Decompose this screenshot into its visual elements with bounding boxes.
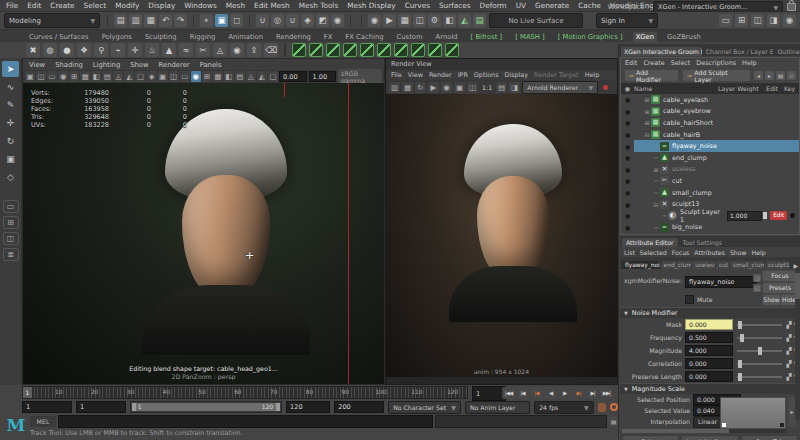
current-frame-marker[interactable]: 1 (23, 387, 32, 398)
visibility-dot-icon[interactable]: ● (621, 143, 634, 150)
menu-edit-mesh[interactable]: Edit Mesh (254, 1, 290, 10)
node-tab-small_clump[interactable]: small_clump (730, 261, 764, 269)
ae-menu-show[interactable]: Show (730, 249, 747, 256)
bookmark-icon[interactable]: ▭ (47, 71, 57, 82)
place-guides-icon[interactable]: ⚲ (94, 43, 108, 57)
texture-map-icon[interactable]: ▞ (787, 360, 792, 368)
texture-map-icon[interactable]: ▞ (787, 334, 792, 342)
grease-pencil-icon[interactable]: ▦ (80, 71, 90, 82)
zoom-1to1-icon[interactable]: 1:1 (480, 84, 494, 91)
add-noise-modifier-icon[interactable] (309, 43, 323, 57)
viewport-canvas[interactable]: Verts:17948000Edges:33905000Faces:163958… (23, 83, 384, 384)
paint-effects-icon[interactable]: ▤ (473, 14, 486, 27)
xgen-description-icon[interactable]: ✖ (26, 43, 40, 57)
magnitude-scale-section-header[interactable]: ▼ Magnitude Scale (620, 383, 800, 394)
film-gate-icon[interactable]: ▤ (102, 71, 112, 82)
layer-row-cut[interactable]: ●─✂cut (621, 175, 799, 187)
expander-icon[interactable]: ⊟ (652, 201, 660, 208)
renderer-dropdown[interactable]: Arnold Renderer▼ (522, 81, 598, 94)
attr-value-field[interactable]: 4.000 (685, 345, 733, 356)
attr-value-field[interactable]: 0.000 (685, 371, 733, 382)
groom-density-brush-icon[interactable] (445, 43, 459, 57)
collapse-all-icon[interactable]: ◂ (754, 71, 763, 80)
ipr-render-icon[interactable]: ▶ (428, 82, 439, 93)
ipr-render-icon[interactable]: ◫ (413, 14, 426, 27)
shaded-icon[interactable]: ◉ (191, 71, 201, 82)
visibility-dot-icon[interactable]: ● (621, 131, 634, 138)
layer-row-body[interactable]: ─≈flyaway_noise (634, 140, 799, 152)
dock-tab-outliner[interactable]: Outliner (774, 47, 800, 56)
four-view-icon[interactable]: ⊞ (735, 14, 748, 27)
safe-title-icon[interactable]: ▣ (158, 71, 168, 82)
node-tab-useless[interactable]: useless (692, 261, 715, 269)
menu-mesh-tools[interactable]: Mesh Tools (299, 1, 339, 10)
layer-row-end-clump[interactable]: ●─▲end_clump (621, 152, 799, 164)
texture-map-icon[interactable]: ▞ (787, 373, 792, 381)
expander-icon[interactable]: ⊞ (652, 166, 660, 173)
camera-lock-icon[interactable]: ▣ (25, 71, 35, 82)
viewport-menu-lighting[interactable]: Lighting (93, 61, 120, 69)
persp-outliner-layout-button[interactable]: ◫ (3, 232, 19, 245)
script-editor-icon[interactable]: ▤ (609, 417, 618, 426)
snap-point-icon[interactable]: ∪ (286, 14, 299, 27)
attr-slider[interactable] (737, 363, 782, 365)
visibility-dot-icon[interactable]: ● (621, 166, 634, 173)
trash-icon[interactable]: ♲ (787, 71, 796, 80)
scale-tool[interactable]: ▣ (2, 151, 19, 167)
focus-button[interactable]: Focus (762, 270, 798, 282)
menu-uv[interactable]: UV (516, 1, 526, 10)
attr-slider[interactable] (737, 376, 782, 378)
play-forward-button[interactable]: ▶ (558, 387, 571, 399)
sphere-preview-icon[interactable]: ◍ (43, 43, 57, 57)
menu-generate[interactable]: Generate (535, 1, 569, 10)
rgb-channels-icon[interactable]: ▤ (496, 82, 507, 93)
layer-row-body[interactable]: ⊞▦cable_eyelash (634, 94, 799, 106)
visibility-dot-icon[interactable]: ● (621, 154, 634, 161)
single-view-icon[interactable]: ▭ (719, 14, 732, 27)
comb-guides-icon[interactable]: ⌁ (111, 43, 125, 57)
noise-modifier-section-header[interactable]: ▼ Noise Modifier (620, 307, 800, 318)
expander-icon[interactable]: ⊞ (643, 96, 651, 103)
ae-tab-tool-settings[interactable]: Tool Settings (679, 238, 726, 247)
groom-comb-brush-icon[interactable] (394, 43, 408, 57)
visibility-dot-icon[interactable]: ● (621, 108, 634, 115)
add-cut-modifier-icon[interactable] (343, 43, 357, 57)
step-back-key-button[interactable]: |◀ (530, 387, 543, 399)
animation-preferences-icon[interactable] (598, 403, 607, 412)
preview-icon[interactable]: ◉ (230, 43, 244, 57)
folder-icon[interactable]: ▤ (776, 71, 785, 80)
layer-row-body[interactable]: ⊞▦cable_eyebrow (634, 106, 799, 118)
live-surface-dropdown[interactable]: No Live Surface (489, 13, 583, 28)
texture-map-icon[interactable]: ▞ (787, 321, 792, 329)
presets-button[interactable]: Presets (762, 282, 798, 294)
dock-tab-xgen-interactive-groom-editor[interactable]: XGen Interactive Groom Editor (621, 47, 702, 56)
layer-row-body[interactable]: ─▲small_clump (634, 187, 799, 199)
grid-icon[interactable]: ◧ (91, 71, 101, 82)
shelf-tab-gozbrush[interactable]: GoZBrush (664, 32, 704, 42)
wireframe-icon[interactable]: ▭ (180, 71, 190, 82)
undo-icon[interactable]: ↶ (159, 14, 172, 27)
snap-projected-center-icon[interactable]: ◈ (301, 14, 314, 27)
menuset-dropdown[interactable]: Modeling▼ (4, 13, 100, 28)
command-language-button[interactable]: MEL (30, 416, 56, 427)
rotate-tool[interactable]: ↻ (2, 133, 19, 149)
render-view-menu-help[interactable]: Help (585, 71, 600, 79)
viewport-menu-view[interactable]: View (29, 61, 45, 69)
shelf-tab-rigging[interactable]: Rigging (187, 32, 219, 42)
layer-row-body[interactable]: ─✂cut (634, 175, 799, 187)
four-pane-layout-button[interactable]: ⊞ (3, 216, 19, 229)
visibility-dot-icon[interactable]: ● (621, 201, 634, 208)
render-settings-icon[interactable]: ◉ (368, 14, 381, 27)
render-view-menu-view[interactable]: View (408, 71, 423, 79)
layer-row-useless[interactable]: ●⊞✕useless (621, 164, 799, 176)
render-frame-icon[interactable]: ▦ (398, 14, 411, 27)
gamma-field[interactable]: 1.00 (309, 71, 337, 82)
image-plane-icon[interactable]: ◉ (58, 71, 68, 82)
expander-icon[interactable]: ⊞ (643, 119, 651, 126)
launch-render-view-icon[interactable]: ◧ (443, 14, 456, 27)
select-object-icon[interactable]: ▣ (215, 14, 228, 27)
shelf-tab-arnold[interactable]: Arnold (433, 32, 461, 42)
move-tool[interactable]: ✛ (2, 115, 19, 131)
playback-end-field[interactable]: 120 (286, 401, 330, 413)
save-scene-icon[interactable]: ▦ (144, 14, 157, 27)
